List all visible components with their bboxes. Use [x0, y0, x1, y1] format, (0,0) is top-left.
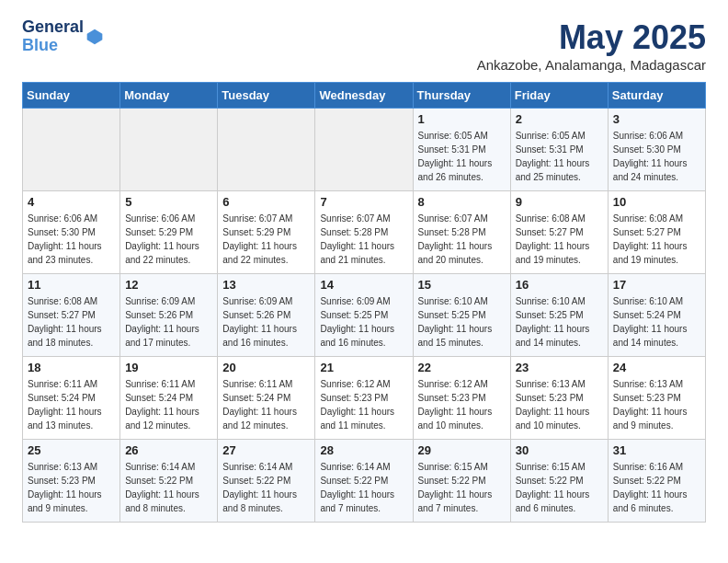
calendar-cell: 12Sunrise: 6:09 AMSunset: 5:26 PMDayligh… [120, 274, 218, 357]
day-number: 23 [516, 361, 603, 374]
calendar-cell: 11Sunrise: 6:08 AMSunset: 5:27 PMDayligh… [23, 274, 120, 357]
day-number: 30 [516, 443, 603, 457]
calendar-cell: 9Sunrise: 6:08 AMSunset: 5:27 PMDaylight… [510, 191, 608, 274]
day-number: 14 [320, 278, 407, 292]
calendar-cell: 17Sunrise: 6:10 AMSunset: 5:24 PMDayligh… [608, 274, 705, 357]
day-number: 22 [418, 361, 506, 374]
day-info: Sunrise: 6:12 AMSunset: 5:23 PMDaylight:… [418, 377, 506, 432]
calendar-cell: 22Sunrise: 6:12 AMSunset: 5:23 PMDayligh… [413, 357, 510, 440]
day-number: 29 [418, 443, 506, 457]
calendar-cell: 3Sunrise: 6:06 AMSunset: 5:30 PMDaylight… [608, 109, 705, 191]
day-number: 19 [125, 361, 212, 374]
day-info: Sunrise: 6:14 AMSunset: 5:22 PMDaylight:… [320, 460, 407, 515]
calendar-cell: 16Sunrise: 6:10 AMSunset: 5:25 PMDayligh… [510, 274, 608, 357]
day-info: Sunrise: 6:08 AMSunset: 5:27 PMDaylight:… [613, 212, 700, 267]
day-info: Sunrise: 6:06 AMSunset: 5:29 PMDaylight:… [125, 212, 212, 267]
day-info: Sunrise: 6:13 AMSunset: 5:23 PMDaylight:… [28, 460, 115, 515]
day-number: 10 [613, 195, 700, 209]
calendar-cell: 1Sunrise: 6:05 AMSunset: 5:31 PMDaylight… [413, 109, 510, 191]
calendar-cell: 5Sunrise: 6:06 AMSunset: 5:29 PMDaylight… [120, 191, 218, 274]
day-number: 8 [418, 195, 506, 209]
calendar-cell: 26Sunrise: 6:14 AMSunset: 5:22 PMDayligh… [120, 440, 218, 523]
page-header: GeneralBlue May 2025 Ankazobe, Analamang… [22, 18, 706, 73]
day-number: 11 [28, 278, 115, 292]
day-number: 17 [613, 278, 700, 292]
calendar-cell: 23Sunrise: 6:13 AMSunset: 5:23 PMDayligh… [510, 357, 608, 440]
day-info: Sunrise: 6:10 AMSunset: 5:25 PMDaylight:… [516, 294, 603, 350]
day-info: Sunrise: 6:06 AMSunset: 5:30 PMDaylight:… [28, 212, 115, 267]
calendar-cell: 31Sunrise: 6:16 AMSunset: 5:22 PMDayligh… [608, 440, 705, 523]
day-number: 27 [222, 443, 310, 457]
day-number: 6 [222, 195, 310, 209]
day-info: Sunrise: 6:09 AMSunset: 5:25 PMDaylight:… [320, 294, 407, 350]
day-info: Sunrise: 6:12 AMSunset: 5:23 PMDaylight:… [320, 377, 407, 432]
calendar-cell: 19Sunrise: 6:11 AMSunset: 5:24 PMDayligh… [120, 357, 218, 440]
day-number: 21 [320, 361, 407, 374]
day-info: Sunrise: 6:13 AMSunset: 5:23 PMDaylight:… [613, 377, 700, 432]
weekday-header-saturday: Saturday [608, 83, 705, 109]
day-number: 24 [613, 361, 700, 374]
calendar-week-row: 18Sunrise: 6:11 AMSunset: 5:24 PMDayligh… [23, 357, 706, 440]
calendar-cell: 10Sunrise: 6:08 AMSunset: 5:27 PMDayligh… [608, 191, 705, 274]
weekday-header-sunday: Sunday [23, 83, 120, 109]
calendar-cell: 28Sunrise: 6:14 AMSunset: 5:22 PMDayligh… [315, 440, 413, 523]
day-info: Sunrise: 6:07 AMSunset: 5:28 PMDaylight:… [418, 212, 506, 267]
weekday-header-monday: Monday [120, 83, 218, 109]
calendar-cell: 30Sunrise: 6:15 AMSunset: 5:22 PMDayligh… [510, 440, 608, 523]
calendar-cell: 21Sunrise: 6:12 AMSunset: 5:23 PMDayligh… [315, 357, 413, 440]
calendar-cell: 8Sunrise: 6:07 AMSunset: 5:28 PMDaylight… [413, 191, 510, 274]
day-info: Sunrise: 6:13 AMSunset: 5:23 PMDaylight:… [516, 377, 603, 432]
calendar-cell [23, 109, 120, 191]
calendar-header-row: SundayMondayTuesdayWednesdayThursdayFrid… [23, 83, 706, 109]
day-number: 15 [418, 278, 506, 292]
day-info: Sunrise: 6:11 AMSunset: 5:24 PMDaylight:… [28, 377, 115, 432]
day-info: Sunrise: 6:09 AMSunset: 5:26 PMDaylight:… [125, 294, 212, 350]
day-info: Sunrise: 6:07 AMSunset: 5:29 PMDaylight:… [222, 212, 310, 267]
calendar-cell: 7Sunrise: 6:07 AMSunset: 5:28 PMDaylight… [315, 191, 413, 274]
calendar-cell: 29Sunrise: 6:15 AMSunset: 5:22 PMDayligh… [413, 440, 510, 523]
day-info: Sunrise: 6:05 AMSunset: 5:31 PMDaylight:… [516, 129, 603, 184]
day-info: Sunrise: 6:10 AMSunset: 5:24 PMDaylight:… [613, 294, 700, 350]
logo-icon [85, 28, 104, 46]
day-info: Sunrise: 6:16 AMSunset: 5:22 PMDaylight:… [613, 460, 700, 515]
calendar-cell [120, 109, 218, 191]
calendar-cell [315, 109, 413, 191]
logo: GeneralBlue [22, 18, 104, 55]
calendar-week-row: 1Sunrise: 6:05 AMSunset: 5:31 PMDaylight… [23, 109, 706, 191]
day-number: 4 [28, 195, 115, 209]
day-info: Sunrise: 6:14 AMSunset: 5:22 PMDaylight:… [222, 460, 310, 515]
title-block: May 2025 Ankazobe, Analamanga, Madagasca… [477, 18, 706, 73]
day-number: 28 [320, 443, 407, 457]
day-number: 7 [320, 195, 407, 209]
month-title: May 2025 [477, 18, 706, 57]
day-info: Sunrise: 6:11 AMSunset: 5:24 PMDaylight:… [125, 377, 212, 432]
calendar-cell: 13Sunrise: 6:09 AMSunset: 5:26 PMDayligh… [218, 274, 315, 357]
day-info: Sunrise: 6:14 AMSunset: 5:22 PMDaylight:… [125, 460, 212, 515]
weekday-header-tuesday: Tuesday [218, 83, 315, 109]
calendar-cell: 15Sunrise: 6:10 AMSunset: 5:25 PMDayligh… [413, 274, 510, 357]
day-number: 2 [516, 112, 603, 126]
day-info: Sunrise: 6:15 AMSunset: 5:22 PMDaylight:… [516, 460, 603, 515]
day-number: 1 [418, 112, 506, 126]
calendar-cell: 4Sunrise: 6:06 AMSunset: 5:30 PMDaylight… [23, 191, 120, 274]
day-number: 25 [28, 443, 115, 457]
calendar-cell: 2Sunrise: 6:05 AMSunset: 5:31 PMDaylight… [510, 109, 608, 191]
calendar-week-row: 25Sunrise: 6:13 AMSunset: 5:23 PMDayligh… [23, 440, 706, 523]
day-number: 12 [125, 278, 212, 292]
calendar-cell: 18Sunrise: 6:11 AMSunset: 5:24 PMDayligh… [23, 357, 120, 440]
logo-text: GeneralBlue [22, 18, 84, 55]
day-info: Sunrise: 6:06 AMSunset: 5:30 PMDaylight:… [613, 129, 700, 184]
day-info: Sunrise: 6:05 AMSunset: 5:31 PMDaylight:… [418, 129, 506, 184]
day-info: Sunrise: 6:08 AMSunset: 5:27 PMDaylight:… [516, 212, 603, 267]
calendar-cell: 14Sunrise: 6:09 AMSunset: 5:25 PMDayligh… [315, 274, 413, 357]
calendar-week-row: 4Sunrise: 6:06 AMSunset: 5:30 PMDaylight… [23, 191, 706, 274]
day-info: Sunrise: 6:10 AMSunset: 5:25 PMDaylight:… [418, 294, 506, 350]
calendar-table: SundayMondayTuesdayWednesdayThursdayFrid… [22, 82, 706, 523]
calendar-cell [218, 109, 315, 191]
day-number: 9 [516, 195, 603, 209]
weekday-header-wednesday: Wednesday [315, 83, 413, 109]
calendar-cell: 6Sunrise: 6:07 AMSunset: 5:29 PMDaylight… [218, 191, 315, 274]
day-info: Sunrise: 6:07 AMSunset: 5:28 PMDaylight:… [320, 212, 407, 267]
day-number: 5 [125, 195, 212, 209]
day-number: 13 [222, 278, 310, 292]
